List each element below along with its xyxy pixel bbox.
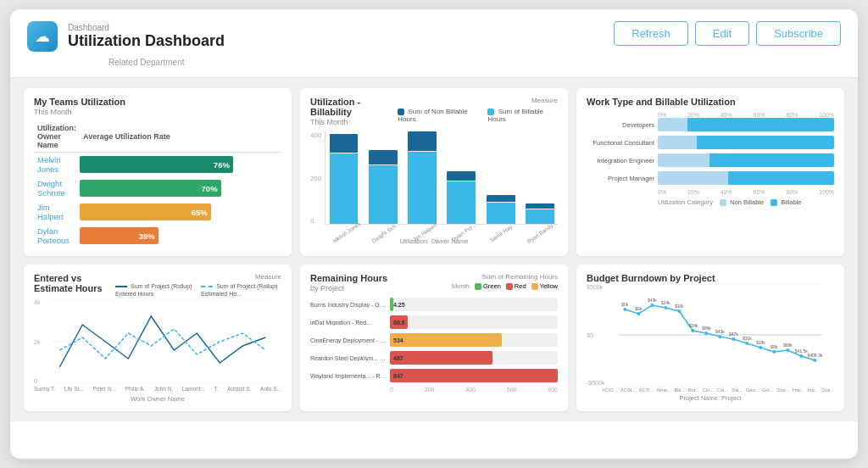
budget-x-label: AC/T... [639, 387, 654, 393]
rem-month-label: Month [452, 282, 470, 290]
wt-non-bill-bar [658, 136, 697, 149]
wt-row: Integration Engineer [587, 153, 834, 167]
entered-legend: Sum of Project (Rollup) Entered Hours Su… [115, 282, 281, 298]
util-name[interactable]: Dylan Porteous [37, 226, 70, 245]
non-bill-bar [408, 131, 437, 151]
budget-x-label: Cin... [703, 387, 714, 393]
budget-x-label: Dal... [732, 387, 743, 393]
svg-point-14 [732, 337, 736, 341]
breadcrumb: Dashboard [68, 23, 225, 32]
entered-measure-label: Measure [115, 273, 281, 281]
bill-y-200: 200 [310, 175, 321, 182]
work-type-chart: 0% 20% 40% 60% 80% 100% Developers Funct… [587, 112, 834, 206]
bill-x-labels: Melvin JonesDwight Sch...Jim HalpertDyla… [310, 226, 558, 236]
wt-rows: Developers Functional Consultant Integra… [587, 118, 834, 185]
col1-header: Utilization: Owner Name [34, 121, 80, 153]
svg-point-17 [773, 350, 776, 354]
wt-row: Project Manager [587, 171, 834, 185]
non-bill-legend: Sum of Non Billable Hours [398, 108, 481, 123]
svg-text:$88k: $88k [783, 343, 793, 348]
bill-title: Utilization - Billability [310, 97, 398, 117]
non-bill-legend-label: Sum of Non Billable Hours [398, 108, 468, 123]
wt-row-label: Functional Consultant [587, 139, 654, 147]
budget-x-labels: AC/O...AC/N...AC/T...Almo...Bla...Bur...… [587, 387, 834, 393]
svg-text:$47k: $47k [729, 332, 738, 337]
budget-x-label: Geo... [746, 387, 759, 393]
svg-point-12 [705, 332, 709, 335]
refresh-button[interactable]: Refresh [614, 21, 688, 46]
svg-point-9 [665, 306, 668, 309]
subscribe-button[interactable]: Subscribe [756, 21, 841, 46]
bill-legend-label: Sum of Billable Hours [487, 108, 543, 123]
rem-bar-label: CineEnergy Deployment - Yello... [310, 337, 387, 343]
wt-non-bill-bar [658, 118, 687, 131]
util-name[interactable]: Jim Halpert [37, 203, 64, 221]
bill-legend: Sum of Non Billable Hours Sum of Billabl… [398, 108, 558, 123]
budget-title: Budget Burndown by Project [587, 273, 834, 283]
rem-rows: Burns Industry Display - Gree... 4.25 in… [310, 298, 558, 382]
bill-y-0: 0 [310, 217, 321, 225]
rem-bar-label: Reardon Steel Deploym... - Red... [310, 355, 387, 361]
non-bill-bar [487, 195, 515, 202]
bill-bar-group [522, 131, 558, 224]
edit-button[interactable]: Edit [695, 21, 749, 46]
wt-bill-bar [687, 118, 834, 131]
wt-bar-container [658, 171, 834, 185]
budget-x-label: Cre... [717, 387, 728, 393]
util-bar: 65% [80, 203, 211, 220]
entered-legend-line [115, 286, 127, 287]
wt-row-label: Integration Engineer [587, 157, 654, 164]
remaining-hours-card: Remaining Hours by Project Sum of Remain… [300, 265, 568, 411]
teams-util-subtitle: This Month [34, 108, 281, 116]
estimate-legend-line [201, 286, 213, 287]
svg-point-13 [719, 335, 722, 338]
rem-title: Remaining Hours [310, 273, 387, 283]
bill-bar-group [404, 131, 440, 224]
budget-chart-svg: $0k $6k $43k $24k $10k -$34k $86k $43k $… [606, 284, 834, 386]
bill-bar-group [365, 131, 401, 224]
non-bill-legend-dot [398, 109, 404, 115]
util-name[interactable]: Dwight Schrute [37, 179, 65, 198]
table-row: Dylan Porteous 39% [34, 224, 281, 248]
budget-x-label: AC/N... [620, 387, 636, 393]
wt-x-axis-bottom: 0% 20% 40% 60% 80% 100% [587, 189, 834, 195]
bill-legend-dot [487, 109, 494, 115]
svg-point-15 [746, 342, 749, 345]
table-row: Jim Halpert 65% [34, 200, 281, 224]
non-bill-bar [447, 171, 476, 181]
wt-legend: Utilization Category Non Billable Billab… [587, 198, 834, 206]
bill-bar [408, 152, 437, 224]
wt-row: Functional Consultant [587, 136, 834, 149]
dashboard-content: My Teams Utilization This Month Utilizat… [10, 78, 858, 421]
svg-point-18 [787, 348, 790, 352]
svg-text:$408.3k: $408.3k [808, 353, 823, 358]
bill-bars [325, 131, 558, 225]
wt-bill-bar [728, 171, 834, 185]
wt-non-bill-bar [658, 171, 728, 185]
bill-bar [487, 203, 515, 224]
rem-sum-label: Sum of Remaining Hours [452, 273, 558, 281]
rem-bar-label: Wayland Implementa... - Red... [310, 373, 387, 379]
svg-text:$8k: $8k [771, 344, 779, 349]
svg-text:$24k: $24k [661, 300, 670, 305]
budget-burndown-card: Budget Burndown by Project $500k $0 -$50… [576, 265, 844, 411]
rem-bar-bg: 4.25 [390, 298, 558, 311]
budget-y-axis: $500k $0 -$500k [587, 284, 606, 386]
bill-y-axis: 400 200 0 [310, 131, 325, 225]
billability-card: Utilization - Billability This Month Mea… [300, 88, 568, 256]
teams-utilization-card: My Teams Utilization This Month Utilizat… [24, 88, 292, 256]
rem-bar-fill: 487 [390, 351, 492, 365]
bill-bar-group [326, 131, 361, 224]
svg-point-8 [651, 304, 654, 307]
wt-bill-bar [697, 136, 834, 149]
wt-bar-container [658, 136, 834, 149]
rem-bar-row: CineEnergy Deployment - Yello... 534 [310, 333, 558, 347]
rem-x-axis: 0 200 400 600 800 [310, 387, 558, 393]
page-title: Utilization Dashboard [68, 32, 225, 50]
svg-text:$0k: $0k [622, 302, 630, 307]
app-icon: ☁ [27, 21, 58, 52]
wt-row: Developers [587, 118, 834, 131]
util-name[interactable]: Melvin Jones [37, 155, 60, 174]
budget-x-label: Ind... [808, 387, 818, 393]
util-bar: 70% [80, 180, 221, 197]
